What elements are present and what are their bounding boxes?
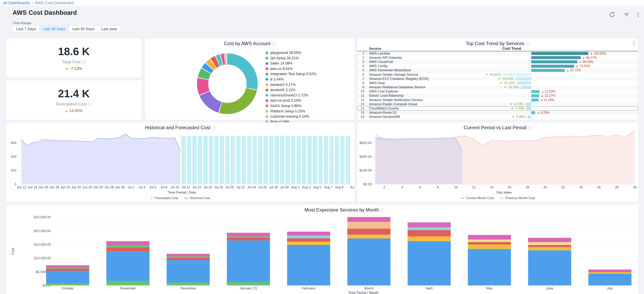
service-row[interactable]: 16Amazon DynamoDB▼-5.89%	[357, 115, 638, 119]
svg-text:28: 28	[615, 186, 619, 189]
svg-text:Aug 5: Aug 5	[313, 186, 322, 189]
monthly-services-chart[interactable]: $0.00$5,000.00$10,000.00$15,000.00$20,00…	[6, 205, 638, 294]
legend-dot	[266, 73, 268, 76]
donut-legend-item[interactable]: awstest5 3.11%	[266, 88, 316, 92]
breadcrumb-all-dashboards[interactable]: All Dashboards	[3, 1, 30, 5]
trend-bar	[526, 103, 531, 106]
legend-previous-month[interactable]: Previous Month Cost	[500, 196, 535, 200]
time-range-last-year[interactable]: Last year	[98, 25, 120, 32]
svg-text:600: 600	[11, 141, 16, 145]
time-range-last-30-days[interactable]: Last 30 Days	[40, 25, 69, 32]
service-trend-cell: ▲51.72%	[501, 68, 638, 73]
legend-dot	[266, 94, 268, 97]
service-name: AWS Lambda	[367, 51, 501, 56]
filter-icon[interactable]	[623, 11, 630, 18]
service-rank: 7	[357, 77, 367, 81]
svg-text:Jun 22: Jun 22	[71, 186, 81, 189]
donut-legend-item[interactable]: aws-cs 9.51%	[266, 67, 316, 71]
time-range-group: Last 7 DaysLast 30 DaysLast 90 DaysLast …	[12, 25, 120, 32]
info-icon[interactable]: i	[88, 102, 92, 106]
trend-value: ▲75.00%	[576, 64, 590, 68]
donut-legend-item[interactable]: SAAS Setup 0.86%	[266, 104, 316, 108]
historical-forecast-chart[interactable]: 0200400600Jun 12Jun 14Jun 16Jun 18Jun 20…	[6, 122, 354, 202]
donut-legend-item[interactable]: Integration Test Setup 5.52%	[266, 72, 316, 76]
refresh-icon[interactable]	[609, 11, 616, 18]
svg-text:Jul 8: Jul 8	[160, 186, 167, 189]
donut-legend-item[interactable]: Platform Setup 0.25%	[266, 109, 316, 113]
trend-down-icon: ▼	[510, 103, 513, 106]
service-row[interactable]: 11Elastic Load Balancing▲12.17%	[357, 94, 638, 98]
account-donut-chart[interactable]	[194, 51, 260, 117]
time-range-last-90-days[interactable]: Last 90 Days	[69, 25, 98, 32]
svg-text:Aug 9: Aug 9	[335, 186, 343, 189]
trend-up-icon: ▲	[541, 94, 544, 97]
card-menu-icon[interactable]	[633, 41, 634, 46]
info-icon[interactable]: i	[526, 42, 530, 46]
service-row[interactable]: 6Amazon Simple Storage Service▼-43.81%	[357, 73, 638, 77]
svg-text:$400.00: $400.00	[360, 155, 372, 159]
service-row[interactable]: 8AWS Glue▼-22.12%	[357, 81, 638, 85]
service-name: Amazon Relational Database Service	[367, 85, 501, 90]
service-row[interactable]: 5AWS Elemental MediaStore▲51.72%	[357, 68, 638, 73]
service-rank: 3	[357, 60, 367, 64]
donut-legend-item[interactable]: playground 28.59%	[266, 51, 316, 55]
svg-text:Aug 1: Aug 1	[291, 186, 300, 189]
donut-legend-item[interactable]: Sales 14.08%	[266, 61, 316, 66]
service-row[interactable]: 3AWS CloudTrail▲80.83%	[357, 60, 638, 64]
svg-text:$10,000.00: $10,000.00	[34, 256, 51, 260]
service-name: AWS CloudTrail	[367, 60, 501, 64]
service-row[interactable]: 12Amazon Simple Notification Service▲11.…	[357, 98, 638, 102]
service-row[interactable]: 4AWS Config▲75.00%	[357, 64, 638, 68]
trend-bar	[531, 99, 538, 102]
donut-legend-item[interactable]: QA Setup 26.21%	[266, 56, 316, 60]
svg-text:Jun 20: Jun 20	[60, 186, 70, 189]
top-cost-trend-title: Top Cost Trend by Servicesi	[357, 41, 638, 46]
breadcrumb: All Dashboards › AWS Cost Dashboard	[0, 0, 644, 6]
service-row[interactable]: 2Amazon API Gateway▲86.57%	[357, 56, 638, 60]
service-row[interactable]: 9Amazon Relational Database Service▼-15.…	[357, 85, 638, 90]
trend-down-icon: ▼	[512, 115, 514, 118]
donut-legend-item[interactable]: HarnessDroneCI 2.72%	[266, 93, 316, 98]
legend-historical-cost[interactable]: Historical Cost	[184, 196, 210, 200]
donut-legend-item[interactable]: awstest3 3.17%	[266, 83, 316, 87]
service-row[interactable]: 10AWS Cost Explorer▲12.83%	[357, 90, 638, 94]
more-menu-icon[interactable]	[637, 11, 639, 18]
donut-legend-item[interactable]: ø 3.44%	[266, 77, 316, 82]
info-icon[interactable]: i	[272, 42, 276, 46]
service-row[interactable]: 7Amazon EC2 Container Registry (ECR)▼-24…	[357, 77, 638, 81]
svg-text:2: 2	[383, 186, 385, 189]
trend-up-icon: ▲	[537, 111, 540, 114]
service-name: CloudWatch Events	[367, 106, 501, 110]
info-icon[interactable]: i	[82, 60, 86, 64]
trend-value: ▲12.17%	[541, 94, 555, 98]
period-comparison-chart[interactable]: $0.00$200.00$400.00$600.0024681012141618…	[357, 122, 638, 202]
service-row[interactable]: 15Amazon Route 53▲6.25%	[357, 111, 638, 115]
service-row[interactable]: 1AWS Lambda▲100.00%	[357, 51, 638, 56]
legend-forecasted-cost[interactable]: Forecasted Cost	[150, 196, 178, 200]
svg-text:Day Index: Day Index	[496, 191, 512, 194]
dashboard-page: All Dashboards › AWS Cost Dashboard AWS …	[0, 0, 644, 294]
svg-text:Aug 3: Aug 3	[302, 186, 310, 189]
service-row[interactable]: 13Amazon Elastic Compute Cloud▼-8.73%	[357, 102, 638, 106]
service-row[interactable]: 14CloudWatch Events▼-7.39%	[357, 106, 638, 110]
donut-legend-item[interactable]: aws-ce-prod 2.19%	[266, 99, 316, 103]
svg-text:26: 26	[597, 186, 601, 189]
legend-dot	[266, 115, 268, 118]
service-trend-cell: ▼-24.52%	[501, 77, 638, 81]
time-range-last-7-days[interactable]: Last 7 Days	[12, 25, 40, 32]
legend-dot	[266, 57, 268, 60]
svg-text:16: 16	[508, 186, 511, 189]
trend-down-icon: ▼	[498, 77, 501, 80]
trend-up-icon: ▲	[542, 90, 544, 93]
svg-text:$20,000.00: $20,000.00	[34, 229, 51, 233]
svg-text:Time Period / Date: Time Period / Date	[168, 191, 196, 194]
svg-text:April: April	[426, 286, 432, 290]
svg-text:Jun 14: Jun 14	[28, 186, 37, 189]
svg-text:200: 200	[11, 169, 16, 172]
rank-column-header	[357, 46, 367, 51]
svg-text:$600.00: $600.00	[360, 141, 372, 145]
legend-dot	[266, 62, 268, 65]
donut-legend-item[interactable]: customer-training 0.19%	[266, 114, 316, 119]
svg-text:8: 8	[437, 186, 439, 189]
legend-current-month[interactable]: Current Month Cost	[460, 196, 494, 200]
